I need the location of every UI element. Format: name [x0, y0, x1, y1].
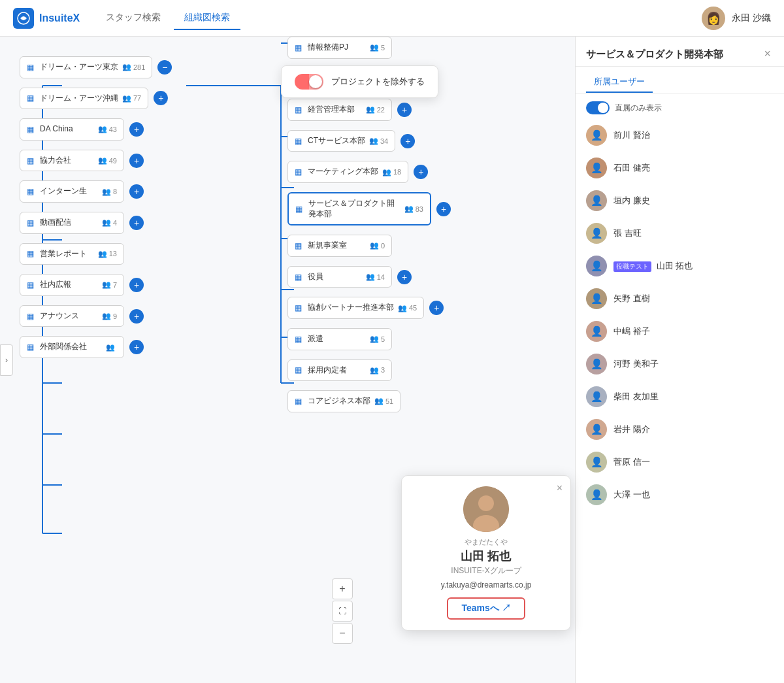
people-icon: 👥: [98, 156, 107, 165]
org-node-eigyo[interactable]: ▦ 営業レポート 👥 13: [20, 243, 124, 265]
user-badge-4: 役職テスト: [613, 261, 651, 272]
avatar-10: 👤: [586, 452, 607, 473]
org-node-yakuin[interactable]: ▦ 役員 👥 14: [287, 266, 392, 288]
people-icon: 👥: [370, 366, 379, 375]
expand-button-marketing[interactable]: +: [414, 165, 428, 179]
org-node-kyoso[interactable]: ▦ 協創パートナー推進本部 👥 45: [287, 297, 424, 319]
org-icon: ▦: [27, 63, 36, 72]
org-node-service-product[interactable]: ▦ サービス＆プロダクト開発本部 👥 83: [287, 192, 431, 225]
org-icon: ▦: [27, 93, 36, 103]
user-item-7[interactable]: 👤 河野 美和子: [586, 351, 774, 377]
zoom-fit-button[interactable]: ⛶: [332, 601, 353, 622]
profile-popup-close-button[interactable]: ×: [557, 482, 563, 494]
user-item-11[interactable]: 👤 大澤 一也: [586, 482, 774, 508]
user-item-2[interactable]: 👤 垣内 廉史: [586, 188, 774, 214]
left-node-row-9: ▦ 外部関係会社 👥 +: [20, 336, 172, 358]
node-count: 👥 13: [98, 250, 117, 258]
user-info-3: 張 吉旺: [613, 227, 774, 239]
org-node-gaibukankei[interactable]: ▦ 外部関係会社 👥: [20, 336, 124, 358]
right-node-row-11: ▦ コアビジネス本部 👥 51: [287, 390, 451, 412]
org-node-announce[interactable]: ▦ アナウンス 👥 9: [20, 305, 124, 327]
org-node-intern[interactable]: ▦ インターン生 👥 8: [20, 180, 124, 203]
user-item-0[interactable]: 👤 前川 賢治: [586, 122, 774, 148]
direct-only-toggle[interactable]: [586, 101, 610, 114]
org-node-dream-okinawa[interactable]: ▦ ドリーム・アーツ沖縄 👥 77: [20, 88, 148, 110]
nav-tab-staff[interactable]: スタッフ検索: [95, 7, 171, 30]
expand-button-keiei[interactable]: +: [397, 103, 412, 117]
zoom-out-button[interactable]: −: [332, 623, 353, 644]
avatar-3: 👤: [586, 223, 607, 244]
avatar-4: 👤: [586, 256, 607, 276]
org-icon: ▦: [295, 273, 304, 282]
logo-area: InsuiteX: [13, 8, 80, 29]
zoom-controls: + ⛶ −: [332, 578, 353, 644]
expand-button-gaibukankei[interactable]: +: [129, 340, 144, 354]
tab-members[interactable]: 所属ユーザー: [586, 72, 653, 93]
user-item-8[interactable]: 👤 柴田 友加里: [586, 384, 774, 410]
nav-tab-org[interactable]: 組織図検索: [174, 7, 240, 30]
expand-button-announce[interactable]: +: [129, 309, 144, 324]
org-node-dream-tokyo[interactable]: ▦ ドリーム・アーツ東京 👥 281: [20, 56, 152, 78]
user-info-11: 大澤 一也: [613, 489, 774, 501]
exclude-popup: プロジェクトを除外する: [281, 65, 438, 98]
expand-button-da-china[interactable]: +: [129, 122, 144, 137]
expand-button-douga[interactable]: +: [129, 216, 144, 230]
user-item-9[interactable]: 👤 岩井 陽介: [586, 416, 774, 442]
exclude-project-toggle[interactable]: [295, 74, 323, 90]
teams-link[interactable]: Teamsへ ↗: [447, 597, 525, 620]
org-icon: ▦: [27, 218, 36, 227]
zoom-in-button[interactable]: +: [332, 578, 353, 599]
node-count: 👥 8: [102, 188, 117, 196]
user-item-1[interactable]: 👤 石田 健亮: [586, 155, 774, 181]
org-node-core[interactable]: ▦ コアビジネス本部 👥 51: [287, 390, 400, 412]
expand-button-ct[interactable]: +: [400, 134, 415, 148]
user-name-label: 永田 沙織: [732, 12, 771, 24]
org-node-shanai[interactable]: ▦ 社内広報 👥 7: [20, 274, 124, 296]
collapse-toggle[interactable]: ›: [0, 344, 13, 376]
node-count: 👥: [106, 343, 117, 352]
expand-button-kyoso[interactable]: +: [429, 301, 444, 315]
expand-button-shanai[interactable]: +: [129, 278, 144, 292]
user-item-10[interactable]: 👤 菅原 信一: [586, 449, 774, 475]
expand-button-dream-okinawa[interactable]: +: [154, 91, 168, 105]
right-node-row-6: ▦ 新規事業室 👥 0: [287, 235, 451, 257]
org-node-joho[interactable]: ▦ 情報整備PJ 👥 5: [287, 37, 392, 59]
org-node-ct[interactable]: ▦ CTサービス本部 👥 34: [287, 130, 395, 152]
node-name: インターン生: [40, 186, 98, 197]
collapse-button-dream-tokyo[interactable]: −: [157, 60, 172, 75]
people-icon: 👥: [102, 188, 111, 196]
node-count: 👥 9: [102, 312, 117, 320]
left-node-row-0: ▦ ドリーム・アーツ東京 👥 281 −: [20, 56, 172, 78]
expand-button-service-product[interactable]: +: [436, 202, 451, 216]
logo-text: InsuiteX: [39, 12, 80, 24]
org-node-da-china[interactable]: ▦ DA China 👥 43: [20, 118, 124, 141]
left-node-row-8: ▦ アナウンス 👥 9 +: [20, 305, 172, 327]
user-item-4[interactable]: 👤 役職テスト 山田 拓也: [586, 253, 774, 279]
expand-button-kyoryoku[interactable]: +: [129, 154, 144, 168]
right-node-row-8: ▦ 協創パートナー推進本部 👥 45 +: [287, 297, 451, 319]
org-node-douga[interactable]: ▦ 動画配信 👥 4: [20, 212, 124, 234]
user-item-3[interactable]: 👤 張 吉旺: [586, 220, 774, 246]
org-node-shinki[interactable]: ▦ 新規事業室 👥 0: [287, 235, 392, 257]
user-avatar: 👩: [702, 7, 725, 30]
org-icon: ▦: [295, 205, 304, 214]
node-name: ドリーム・アーツ東京: [40, 62, 118, 73]
org-node-marketing[interactable]: ▦ マーケティング本部 👥 18: [287, 161, 408, 183]
node-count: 👥 5: [370, 43, 385, 52]
org-node-haken[interactable]: ▦ 派遣 👥 5: [287, 328, 392, 350]
profile-popup: × やまだたくや 山田 拓也 INSUITE-Xグループ y.takuya@dr…: [401, 475, 571, 631]
org-node-kyoryoku[interactable]: ▦ 協力会社 👥 49: [20, 150, 124, 172]
expand-button-yakuin[interactable]: +: [397, 270, 412, 284]
main-container: ›: [0, 37, 784, 683]
panel-close-button[interactable]: ×: [761, 47, 774, 61]
org-icon: ▦: [27, 156, 36, 165]
org-node-saiyo[interactable]: ▦ 採用内定者 👥 3: [287, 359, 392, 382]
node-name: 経営管理本部: [308, 105, 362, 115]
user-name-9: 岩井 陽介: [613, 424, 650, 434]
user-info-10: 菅原 信一: [613, 456, 774, 468]
user-item-6[interactable]: 👤 中嶋 裕子: [586, 318, 774, 344]
node-name: 派遣: [308, 334, 366, 344]
org-node-keiei[interactable]: ▦ 経営管理本部 👥 22: [287, 99, 392, 121]
expand-button-intern[interactable]: +: [129, 184, 144, 199]
user-item-5[interactable]: 👤 矢野 直樹: [586, 286, 774, 312]
